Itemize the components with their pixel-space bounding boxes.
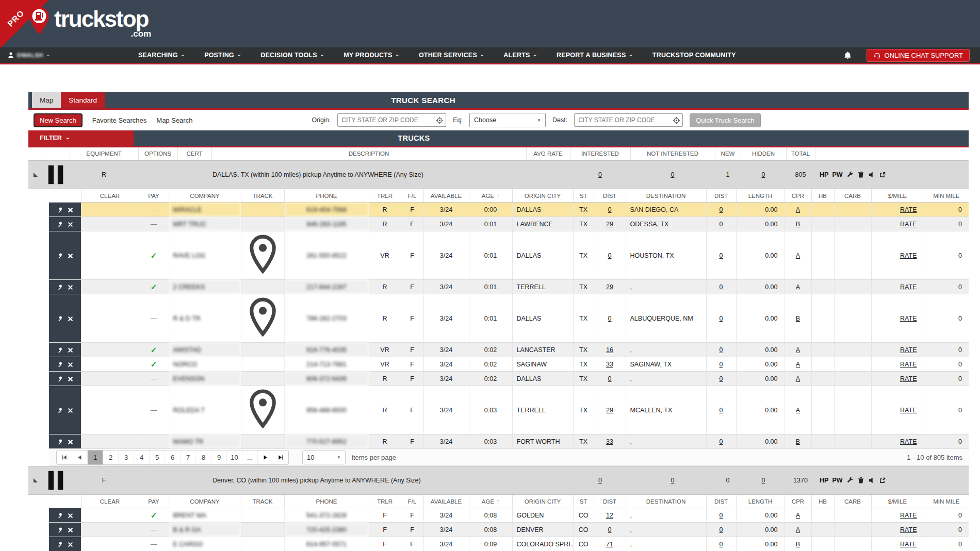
truck-result-row[interactable]: ✓RAVE LOG281-550-8522VRF3/240:01DALLASTX…: [49, 231, 969, 280]
pin-truck-icon[interactable]: [56, 315, 63, 322]
collapse-group-icon[interactable]: [34, 478, 38, 482]
origin-dist-link[interactable]: 16: [606, 346, 613, 354]
rate-link[interactable]: RATE: [900, 346, 917, 354]
origin-dist-link[interactable]: 33: [606, 438, 613, 445]
dest-dist-link[interactable]: 0: [720, 541, 723, 548]
truck-result-row[interactable]: —R & D TR786-282-2703RF3/240:01DALLASTX0…: [49, 294, 969, 343]
origin-dist-link[interactable]: 71: [606, 541, 613, 548]
cpr-link[interactable]: A: [796, 375, 800, 382]
open-external-link-icon[interactable]: [879, 171, 886, 178]
pin-truck-icon[interactable]: [56, 407, 63, 414]
origin-dist-link[interactable]: 0: [608, 206, 612, 213]
column-header-age[interactable]: AGE↑: [469, 189, 512, 203]
dest-target-icon[interactable]: [673, 116, 680, 124]
rate-link[interactable]: RATE: [900, 252, 917, 259]
pager-page-4[interactable]: 4: [134, 450, 149, 464]
cpr-link[interactable]: A: [796, 346, 800, 354]
pw-toggle[interactable]: PW: [832, 477, 842, 484]
nav-item-alerts[interactable]: ALERTS⌄: [503, 52, 537, 59]
cpr-link[interactable]: B: [796, 438, 800, 445]
pager-page-3[interactable]: 3: [118, 450, 134, 464]
dest-dist-link[interactable]: 0: [720, 512, 723, 519]
hidden-count-link[interactable]: 0: [762, 477, 765, 484]
dest-dist-link[interactable]: 0: [720, 407, 723, 414]
open-external-link-icon[interactable]: [879, 477, 886, 484]
dest-dist-link[interactable]: 0: [720, 206, 723, 213]
truckstop-logo[interactable]: truckstop .com: [28, 6, 151, 39]
pager-prev-button[interactable]: [72, 450, 87, 464]
nav-item-report-a-business[interactable]: REPORT A BUSINESS⌄: [557, 52, 633, 59]
delete-search-trash-icon[interactable]: [857, 477, 864, 484]
edit-search-wrench-icon[interactable]: [846, 477, 854, 484]
pager-page-8[interactable]: 8: [195, 450, 211, 464]
cpr-link[interactable]: A: [796, 526, 800, 533]
items-per-page-select[interactable]: 10▼: [302, 450, 346, 464]
origin-dist-link[interactable]: 29: [606, 407, 613, 414]
dest-dist-link[interactable]: 0: [720, 221, 723, 228]
dest-dist-link[interactable]: 0: [720, 438, 723, 445]
rate-link[interactable]: RATE: [900, 541, 917, 548]
not-interested-count-link[interactable]: 0: [671, 171, 675, 178]
hp-toggle[interactable]: HP: [820, 171, 828, 178]
origin-input[interactable]: [337, 113, 446, 127]
truck-result-row[interactable]: ✓BRENT MA541-372-2828FF3/240:08GOLDENCO1…: [49, 508, 969, 523]
filter-dropdown[interactable]: FILTER ⌄: [28, 130, 134, 146]
hide-truck-x-icon[interactable]: [67, 315, 74, 322]
quick-truck-search-button[interactable]: Quick Truck Search: [690, 113, 760, 127]
equipment-select[interactable]: Choose ▼: [469, 113, 546, 127]
truck-result-row[interactable]: ✓NORCO214-713-7881VRF3/240:02SAGINAWTX33…: [49, 357, 969, 372]
rate-link[interactable]: RATE: [900, 283, 917, 291]
pager-last-button[interactable]: [273, 450, 288, 464]
dest-dist-link[interactable]: 0: [720, 252, 723, 259]
tab-map[interactable]: Map: [32, 92, 61, 108]
edit-search-wrench-icon[interactable]: [846, 171, 854, 178]
collapse-group-icon[interactable]: [34, 173, 38, 177]
pager-first-button[interactable]: [57, 450, 72, 464]
origin-dist-link[interactable]: 29: [606, 283, 613, 291]
user-menu[interactable]: DWALSH ⌄: [7, 52, 51, 59]
pin-truck-icon[interactable]: [56, 253, 63, 259]
pager-page-10[interactable]: 10: [226, 450, 242, 464]
origin-dist-link[interactable]: 0: [608, 315, 612, 322]
dest-dist-link[interactable]: 0: [720, 526, 723, 533]
pause-search-icon[interactable]: [42, 161, 69, 188]
dest-dist-link[interactable]: 0: [720, 375, 723, 382]
hp-toggle[interactable]: HP: [820, 477, 828, 484]
hide-truck-x-icon[interactable]: [67, 207, 74, 213]
cpr-link[interactable]: B: [796, 315, 800, 322]
rate-link[interactable]: RATE: [900, 206, 917, 213]
map-search-link[interactable]: Map Search: [156, 116, 192, 124]
pager-next-button[interactable]: [257, 450, 273, 464]
nav-item-my-products[interactable]: MY PRODUCTS⌄: [344, 52, 400, 59]
pin-truck-icon[interactable]: [56, 284, 63, 291]
interested-count-link[interactable]: 0: [598, 171, 602, 178]
pin-truck-icon[interactable]: [56, 347, 63, 354]
dest-dist-link[interactable]: 0: [720, 346, 723, 354]
pin-truck-icon[interactable]: [56, 527, 63, 533]
hide-truck-x-icon[interactable]: [67, 284, 74, 291]
hide-truck-x-icon[interactable]: [67, 221, 74, 228]
delete-search-trash-icon[interactable]: [857, 171, 864, 178]
rate-link[interactable]: RATE: [900, 361, 917, 368]
tab-standard[interactable]: Standard: [61, 92, 105, 108]
column-header-age[interactable]: AGE↑: [469, 495, 512, 508]
dest-dist-link[interactable]: 0: [720, 315, 723, 322]
pager-page-2[interactable]: 2: [103, 450, 118, 464]
track-location-icon[interactable]: [242, 387, 284, 433]
hide-truck-x-icon[interactable]: [67, 439, 74, 445]
truck-result-row[interactable]: —MRT TRUC646-283-1185RF3/240:01LAWRENCET…: [49, 217, 969, 231]
nav-item-posting[interactable]: POSTING⌄: [204, 52, 241, 59]
pager-page-1[interactable]: 1: [87, 450, 103, 464]
new-search-button[interactable]: New Search: [34, 113, 83, 127]
track-location-icon[interactable]: [242, 232, 284, 279]
pin-truck-icon[interactable]: [56, 512, 63, 519]
origin-dist-link[interactable]: 0: [608, 526, 612, 533]
rate-link[interactable]: RATE: [900, 438, 917, 445]
cpr-link[interactable]: B: [796, 541, 800, 548]
hide-truck-x-icon[interactable]: [67, 407, 74, 414]
truck-result-row[interactable]: —ROLEDA T956-488-6500RF3/240:03TERRELLTX…: [49, 386, 969, 435]
nav-item-truckstop-community[interactable]: TRUCKSTOP COMMUNITY: [652, 52, 736, 59]
pager-page-7[interactable]: 7: [180, 450, 195, 464]
favorite-searches-link[interactable]: Favorite Searches: [92, 116, 147, 124]
hide-truck-x-icon[interactable]: [67, 527, 74, 533]
